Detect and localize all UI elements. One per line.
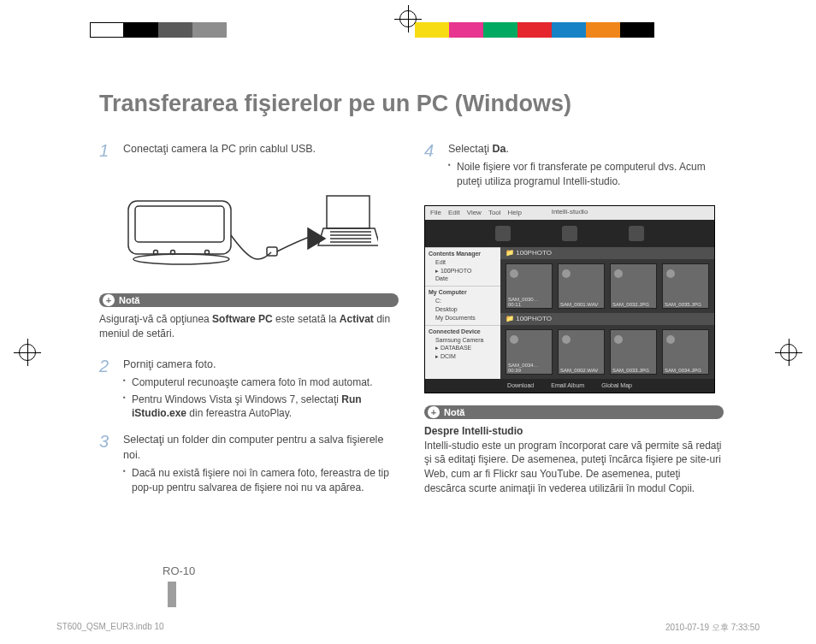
menu-item: Edit	[448, 209, 460, 216]
menu-item: File	[430, 209, 441, 216]
share-icon	[629, 226, 644, 241]
print-footer: ST600_QSM_EUR3.indb 10 2010-07-19 오후 7:3…	[56, 622, 760, 634]
footer-left: ST600_QSM_EUR3.indb 10	[56, 622, 164, 634]
intelli-studio-screenshot: File Edit View Tool Help Intelli-studio …	[424, 205, 715, 393]
svg-point-2	[133, 254, 229, 264]
app-sidebar: Contents Manager Edit ▸ 100PHOTO Date My…	[425, 247, 500, 379]
footer-right: 2010-07-19 오후 7:33:50	[665, 622, 760, 634]
print-color-bar	[90, 22, 689, 38]
right-column: 4 Selectaţi Da. Noile fişiere vor fi tra…	[424, 141, 724, 506]
page-marker	[168, 582, 176, 607]
step-bullet: Dacă nu există fişiere noi în camera fot…	[123, 466, 399, 495]
menu-item: Help	[508, 209, 522, 216]
registration-mark-icon	[14, 339, 41, 366]
page-number: RO-10	[163, 564, 195, 577]
step-number: 3	[99, 432, 118, 498]
step-number: 2	[99, 357, 118, 424]
note-text: Asiguraţi-vă că opţiunea Software PC est…	[99, 312, 399, 341]
step-text: Conectaţi camera la PC prin cablul USB.	[123, 141, 399, 157]
registration-mark-icon	[394, 5, 422, 32]
page-title: Transferarea fişierelor pe un PC (Window…	[99, 91, 724, 117]
step-text: Selectaţi Da.	[448, 141, 724, 157]
library-icon	[495, 226, 511, 241]
svg-point-3	[154, 251, 158, 255]
camera-laptop-diagram	[121, 175, 378, 278]
step-number: 1	[99, 141, 118, 160]
note-text: Intelli-studio este un program încorpora…	[424, 439, 724, 496]
note-badge: + Notă	[424, 405, 724, 419]
step-text: Porniţi camera foto.	[123, 357, 399, 372]
plus-icon: +	[428, 406, 440, 418]
left-column: 1 Conectaţi camera la PC prin cablul USB…	[99, 141, 399, 506]
note-heading: Despre Intelli-studio	[424, 424, 724, 439]
svg-point-4	[171, 251, 175, 255]
note-label: Notă	[444, 407, 464, 417]
step-bullet: Noile fişiere vor fi transferate pe comp…	[448, 160, 724, 189]
note-label: Notă	[119, 295, 139, 305]
note-badge: + Notă	[99, 293, 399, 307]
svg-point-5	[205, 251, 210, 255]
svg-rect-0	[128, 201, 231, 254]
app-title: Intelli-studio	[552, 208, 588, 216]
step-bullet: Computerul recunoaşte camera foto în mod…	[123, 375, 399, 390]
menu-item: View	[467, 209, 482, 216]
menu-item: Tool	[488, 209, 501, 216]
svg-rect-1	[135, 206, 224, 242]
step-number: 4	[424, 141, 443, 192]
registration-mark-icon	[775, 339, 802, 366]
plus-icon: +	[103, 294, 115, 306]
step-bullet: Pentru Windows Vista şi Windows 7, selec…	[123, 393, 399, 422]
step-text: Selectaţi un folder din computer pentru …	[123, 432, 399, 463]
pc-icon	[562, 226, 577, 241]
